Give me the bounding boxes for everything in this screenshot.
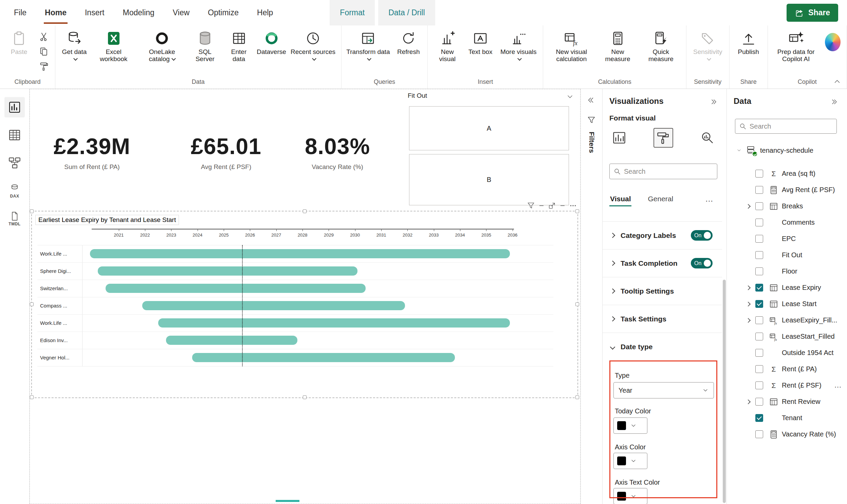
axis-color-swatch[interactable] xyxy=(613,453,647,469)
menu-tab-optimize[interactable]: Optimize xyxy=(199,0,248,25)
enter-data-button[interactable]: Enter data xyxy=(223,27,255,64)
fit-out-item-b[interactable]: B xyxy=(409,154,569,205)
gantt-visual[interactable]: Earliest Lease Expiry by Tenant and Leas… xyxy=(31,211,578,398)
format-section-date-type[interactable]: Date type xyxy=(602,333,722,361)
menu-tab-file[interactable]: File xyxy=(5,0,36,25)
field-checkbox[interactable] xyxy=(755,332,763,340)
field-row-comments[interactable]: Comments xyxy=(727,215,847,231)
field-row-leasestart-filled[interactable]: fxLeaseStart_Filled xyxy=(727,328,847,345)
collapse-ribbon-icon[interactable] xyxy=(833,77,842,86)
collapse-pane-icon[interactable] xyxy=(710,98,718,106)
view-tmdl-view[interactable]: TMDL xyxy=(4,209,25,229)
table-tenancy-schedule[interactable]: tenancy-schedule xyxy=(727,143,847,158)
paste-button[interactable]: Paste xyxy=(3,27,35,57)
toggle-task-completion[interactable]: On xyxy=(691,258,713,268)
gantt-bar[interactable] xyxy=(106,284,366,293)
gantt-bar[interactable] xyxy=(166,336,298,345)
publish-button[interactable]: Publish xyxy=(732,27,765,57)
sql-server-button[interactable]: SQL Server xyxy=(187,27,222,64)
chevron-right-icon[interactable] xyxy=(746,204,751,209)
tab-general[interactable]: General xyxy=(647,194,674,204)
view-report-view[interactable] xyxy=(4,97,25,118)
report-canvas[interactable]: £2.39MSum of Rent (£ PA)£65.01Avg Rent (… xyxy=(30,89,580,504)
kpi-card-sum-of-rent-pa[interactable]: £2.39MSum of Rent (£ PA) xyxy=(54,133,130,171)
field-checkbox[interactable] xyxy=(755,430,763,438)
scrollbar[interactable] xyxy=(723,280,726,503)
new-measure-button[interactable]: New measure xyxy=(597,27,638,64)
today-color-swatch[interactable] xyxy=(613,417,647,434)
format-painter-button[interactable] xyxy=(37,61,51,72)
field-checkbox[interactable] xyxy=(755,251,763,259)
field-row-lease-start[interactable]: Lease Start xyxy=(727,296,847,312)
field-checkbox[interactable] xyxy=(755,300,763,308)
collapse-pane-icon[interactable] xyxy=(831,98,839,106)
more-options-icon[interactable]: … xyxy=(834,381,842,390)
resize-handle[interactable] xyxy=(30,210,34,213)
toggle-category-labels[interactable]: On xyxy=(691,230,713,241)
excel-workbook-button[interactable]: Excel workbook xyxy=(91,27,137,64)
resize-handle[interactable] xyxy=(30,302,34,306)
analytics-icon[interactable] xyxy=(697,128,717,148)
new-visual-calculation-button[interactable]: fxNew visual calculation xyxy=(546,27,597,64)
field-row-vacancy-rate[interactable]: Vacancy Rate (%) xyxy=(727,426,847,443)
text-box-button[interactable]: Text box xyxy=(464,27,497,57)
date-type-dropdown[interactable]: Year xyxy=(613,382,714,398)
transform-data-button[interactable]: Transform data xyxy=(344,27,393,64)
prep-data-for-copilot-ai-button[interactable]: Prep data for Copilot AI xyxy=(771,27,822,64)
menu-tab-insert[interactable]: Insert xyxy=(76,0,114,25)
data-search-input[interactable] xyxy=(750,123,833,130)
copy-button[interactable] xyxy=(37,46,51,57)
copilot-logo-icon[interactable] xyxy=(825,33,841,51)
resize-handle[interactable] xyxy=(575,210,579,213)
chevron-down-icon[interactable] xyxy=(736,148,742,153)
quick-measure-button[interactable]: Quick measure xyxy=(638,27,683,64)
chevron-right-icon[interactable] xyxy=(746,302,751,306)
format-section-tooltip-settings[interactable]: Tooltip Settings xyxy=(602,277,722,305)
focus-mode-icon[interactable] xyxy=(547,201,556,210)
field-row-floor[interactable]: Floor xyxy=(727,263,847,280)
fit-out-visual[interactable]: Fit Out A B xyxy=(398,89,579,211)
field-row-rent-psf[interactable]: ΣRent (£ PSF)… xyxy=(727,377,847,394)
format-search-input[interactable] xyxy=(624,168,714,176)
field-row-rent-review[interactable]: Rent Review xyxy=(727,394,847,410)
field-row-tenant[interactable]: Tenant xyxy=(727,410,847,426)
format-section-task-settings[interactable]: Task Settings xyxy=(602,305,722,333)
gantt-bar[interactable] xyxy=(158,318,510,327)
format-visual-icon[interactable] xyxy=(653,128,673,148)
gantt-bar[interactable] xyxy=(142,301,405,310)
resize-handle[interactable] xyxy=(303,210,307,213)
build-visual-icon[interactable] xyxy=(609,128,629,148)
chevron-right-icon[interactable] xyxy=(746,285,751,290)
resize-handle[interactable] xyxy=(30,395,34,399)
share-button[interactable]: Share xyxy=(787,4,838,22)
field-row-leaseexpiry-fill[interactable]: fxLeaseExpiry_Fill... xyxy=(727,312,847,328)
axis-text-color-swatch[interactable] xyxy=(613,488,647,504)
contextual-tab-format[interactable]: Format xyxy=(330,0,375,25)
view-model-view[interactable] xyxy=(4,153,25,173)
kpi-card-avg-rent-psf[interactable]: £65.01Avg Rent (£ PSF) xyxy=(191,133,262,171)
field-checkbox[interactable] xyxy=(755,365,763,373)
filter-icon[interactable] xyxy=(526,201,535,210)
refresh-button[interactable]: Refresh xyxy=(392,27,425,57)
chevron-down-icon[interactable] xyxy=(566,93,574,101)
kpi-card-vacancy-rate[interactable]: 8.03%Vacancy Rate (%) xyxy=(305,133,370,171)
field-row-outside-1954-act[interactable]: Outside 1954 Act xyxy=(727,345,847,361)
recent-sources-button[interactable]: Recent sources xyxy=(288,27,339,64)
chevron-right-icon[interactable] xyxy=(746,318,751,323)
fit-out-item-a[interactable]: A xyxy=(409,106,569,150)
field-checkbox[interactable] xyxy=(755,398,763,406)
more-options-icon[interactable] xyxy=(569,201,577,210)
tab-overflow[interactable]: … xyxy=(704,193,714,205)
contextual-tab-data-drill[interactable]: Data / Drill xyxy=(378,0,435,25)
field-checkbox[interactable] xyxy=(755,267,763,275)
menu-tab-help[interactable]: Help xyxy=(248,0,282,25)
resize-handle[interactable] xyxy=(575,395,579,399)
format-search-box[interactable] xyxy=(609,164,717,179)
sensitivity-button[interactable]: Sensitivity xyxy=(689,27,726,64)
menu-tab-modeling[interactable]: Modeling xyxy=(114,0,164,25)
field-checkbox[interactable] xyxy=(755,414,763,422)
field-checkbox[interactable] xyxy=(755,381,763,389)
view-table-view[interactable] xyxy=(4,125,25,145)
chevron-right-icon[interactable] xyxy=(746,399,751,404)
field-row-epc[interactable]: EPC xyxy=(727,231,847,247)
